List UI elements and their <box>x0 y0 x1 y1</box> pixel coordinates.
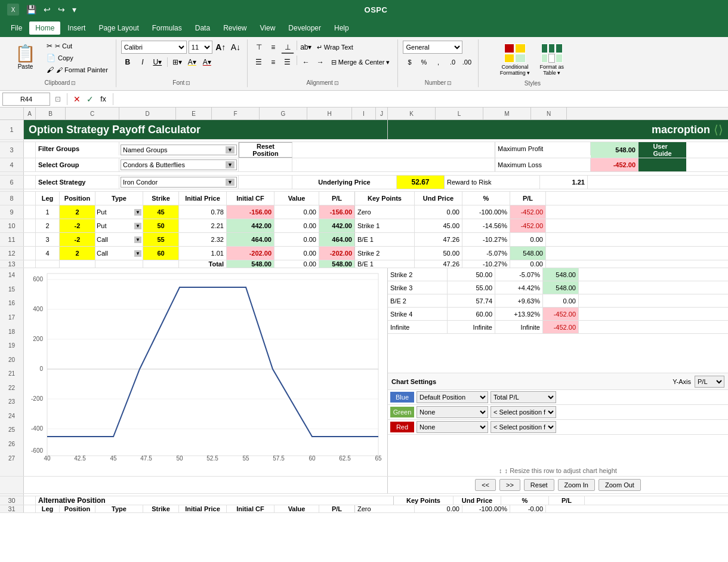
menu-page-layout[interactable]: Page Layout <box>92 22 144 35</box>
comma-button[interactable]: , <box>431 56 445 69</box>
select-group-select[interactable]: Condors & Butterflies ▼ <box>121 159 237 170</box>
menu-formulas[interactable]: Formulas <box>146 22 188 35</box>
blue-position-select[interactable]: Default Position <box>417 391 488 403</box>
blue-line-select[interactable]: Total P/L <box>491 391 556 403</box>
align-top-button[interactable]: ⊤ <box>252 41 266 54</box>
menu-developer[interactable]: Developer <box>282 22 327 35</box>
decrease-font-button[interactable]: A↓ <box>229 41 242 54</box>
col-I[interactable]: I <box>352 108 376 119</box>
red-row: Red None < Select position first <box>388 420 728 435</box>
number-format-select[interactable]: General <box>403 41 462 54</box>
underline-button[interactable]: U▾ <box>151 56 164 69</box>
select-strategy-select[interactable]: Iron Condor ▼ <box>121 177 237 188</box>
save-button[interactable]: 💾 <box>24 4 39 16</box>
type-dropdown-9[interactable]: ▼ <box>134 209 141 216</box>
menu-help[interactable]: Help <box>328 22 355 35</box>
col-G[interactable]: G <box>260 108 307 119</box>
undo-button[interactable]: ↩ <box>41 4 53 16</box>
col-N[interactable]: N <box>531 108 567 119</box>
menu-view[interactable]: View <box>254 22 282 35</box>
col-H[interactable]: H <box>307 108 352 119</box>
col-A[interactable]: A <box>24 108 36 119</box>
align-bottom-button[interactable]: ⊥ <box>281 41 294 54</box>
col-J[interactable]: J <box>376 108 388 119</box>
percent-button[interactable]: % <box>417 56 430 69</box>
insert-function-button[interactable]: fx <box>97 93 109 105</box>
zoom-out-button[interactable]: Zoom Out <box>599 479 641 491</box>
green-position-select[interactable]: None <box>417 406 488 418</box>
bold-button[interactable]: B <box>121 56 134 69</box>
col-K[interactable]: K <box>388 108 436 119</box>
select-strategy-arrow[interactable]: ▼ <box>226 179 235 186</box>
cell-reference-input[interactable]: R44 <box>2 93 50 106</box>
y-axis-select[interactable]: P/L <box>695 376 724 388</box>
col-B[interactable]: B <box>36 108 66 119</box>
align-left-button[interactable]: ☰ <box>252 56 266 69</box>
decrease-indent-button[interactable]: ← <box>300 56 313 69</box>
kp-9-pct: -100.00% <box>462 205 510 219</box>
select-group-arrow[interactable]: ▼ <box>226 161 235 168</box>
increase-decimal-button[interactable]: .00 <box>460 56 473 69</box>
conditional-formatting-button[interactable]: ConditionalFormatting ▾ <box>497 41 533 79</box>
menu-review[interactable]: Review <box>217 22 252 35</box>
clipboard-expand-icon[interactable]: ⊡ <box>71 80 76 86</box>
orientation-button[interactable]: ab▾ <box>300 41 313 54</box>
red-line-select[interactable]: < Select position first <box>491 421 556 433</box>
cut-button[interactable]: ✂ ✂ Cut <box>44 41 111 51</box>
customize-button[interactable]: ▾ <box>70 4 79 16</box>
paste-button[interactable]: 📋 Paste <box>10 41 41 73</box>
type-dropdown-11[interactable]: ▼ <box>134 237 141 243</box>
type-dropdown-12[interactable]: ▼ <box>134 250 141 257</box>
alignment-expand-icon[interactable]: ⊡ <box>334 80 339 86</box>
col-F[interactable]: F <box>212 108 260 119</box>
prev-button[interactable]: << <box>475 479 496 491</box>
align-center-button[interactable]: ≡ <box>267 56 280 69</box>
fill-color-button[interactable]: A▾ <box>186 56 199 69</box>
green-line-select[interactable]: < Select position first <box>491 406 556 418</box>
user-guide-button[interactable]: UserGuide <box>638 142 686 158</box>
confirm-formula-button[interactable]: ✓ <box>84 93 96 105</box>
italic-button[interactable]: I <box>136 56 149 69</box>
align-middle-button[interactable]: ≡ <box>267 41 280 54</box>
menu-file[interactable]: File <box>5 22 28 35</box>
accounting-button[interactable]: $ <box>403 56 416 69</box>
format-as-table-button[interactable]: Format asTable ▾ <box>535 41 568 79</box>
reset-position-button[interactable]: ResetPosition <box>239 142 292 158</box>
increase-font-button[interactable]: A↑ <box>214 41 227 54</box>
format-painter-button[interactable]: 🖌 🖌 Format Painter <box>44 65 111 75</box>
filter-groups-select[interactable]: Named Groups ▼ <box>121 145 237 155</box>
kp-strike4-label: Strike 4 <box>388 308 448 320</box>
col-E[interactable]: E <box>176 108 212 119</box>
type-dropdown-10[interactable]: ▼ <box>134 223 141 229</box>
underlying-price-value[interactable]: 52.67 <box>397 176 445 189</box>
red-position-select[interactable]: None <box>417 421 488 433</box>
menu-insert[interactable]: Insert <box>61 22 91 35</box>
decrease-decimal-button[interactable]: .0 <box>446 56 459 69</box>
menu-home[interactable]: Home <box>29 22 60 35</box>
menu-data[interactable]: Data <box>189 22 216 35</box>
number-expand-icon[interactable]: ⊡ <box>447 80 452 86</box>
zoom-in-button[interactable]: Zoom In <box>558 479 595 491</box>
font-expand-icon[interactable]: ⊡ <box>186 80 190 86</box>
formula-bar-expand[interactable]: ⊡ <box>55 95 61 103</box>
col-M[interactable]: M <box>483 108 531 119</box>
font-size-select[interactable]: 11 <box>189 41 212 54</box>
increase-indent-button[interactable]: → <box>314 56 327 69</box>
col-L[interactable]: L <box>436 108 483 119</box>
next-button[interactable]: >> <box>499 479 520 491</box>
font-family-select[interactable]: Calibri <box>121 41 187 54</box>
wrap-text-button[interactable]: ↵ Wrap Text <box>314 41 356 54</box>
row-13: 13 Total 548.00 0.00 548.00 B/E 1 47.26 … <box>0 260 728 268</box>
copy-button[interactable]: 📄 Copy <box>44 53 111 63</box>
redo-button[interactable]: ↪ <box>55 4 67 16</box>
formula-input[interactable] <box>117 93 726 106</box>
col-C[interactable]: C <box>66 108 119 119</box>
font-color-button[interactable]: A▾ <box>200 56 214 69</box>
reset-chart-button[interactable]: Reset <box>524 479 554 491</box>
cancel-formula-button[interactable]: ✕ <box>71 93 83 105</box>
col-D[interactable]: D <box>119 108 176 119</box>
filter-groups-arrow[interactable]: ▼ <box>226 146 235 153</box>
borders-button[interactable]: ⊞▾ <box>171 56 184 69</box>
align-right-button[interactable]: ☰ <box>281 56 294 69</box>
merge-center-button[interactable]: ⊟ Merge & Center ▾ <box>328 56 393 69</box>
